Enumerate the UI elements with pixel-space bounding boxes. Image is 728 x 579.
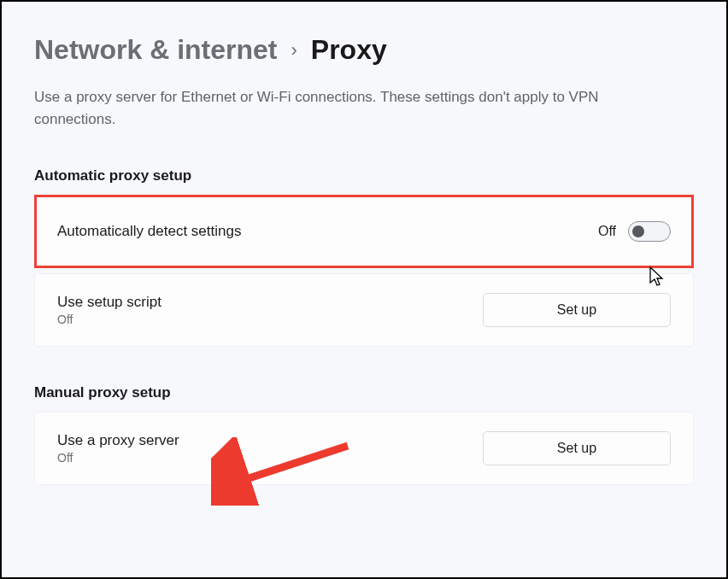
chevron-right-icon: › [291,39,296,61]
card-proxy-server: Use a proxy server Off Set up [34,412,694,485]
auto-detect-label: Automatically detect settings [57,223,241,240]
section-manual-proxy: Manual proxy setup Use a proxy server Of… [34,384,694,485]
toggle-knob-icon [632,225,644,237]
setup-script-status: Off [57,313,161,326]
breadcrumb: Network & internet › Proxy [34,34,694,66]
section-heading-automatic: Automatic proxy setup [34,167,694,184]
proxy-server-setup-button[interactable]: Set up [483,431,671,465]
auto-detect-toggle[interactable] [628,221,671,242]
setup-script-button[interactable]: Set up [483,293,671,327]
section-heading-manual: Manual proxy setup [34,384,694,401]
page-description: Use a proxy server for Ethernet or Wi-Fi… [34,86,684,130]
card-setup-script: Use setup script Off Set up [34,273,694,347]
breadcrumb-current: Proxy [311,34,387,66]
breadcrumb-parent[interactable]: Network & internet [34,34,277,66]
setup-script-label: Use setup script [57,294,161,311]
auto-detect-toggle-state: Off [598,224,616,239]
card-auto-detect: Automatically detect settings Off [34,195,694,268]
section-automatic-proxy: Automatic proxy setup Automatically dete… [34,167,694,347]
proxy-server-status: Off [57,451,179,465]
proxy-server-label: Use a proxy server [57,432,179,449]
